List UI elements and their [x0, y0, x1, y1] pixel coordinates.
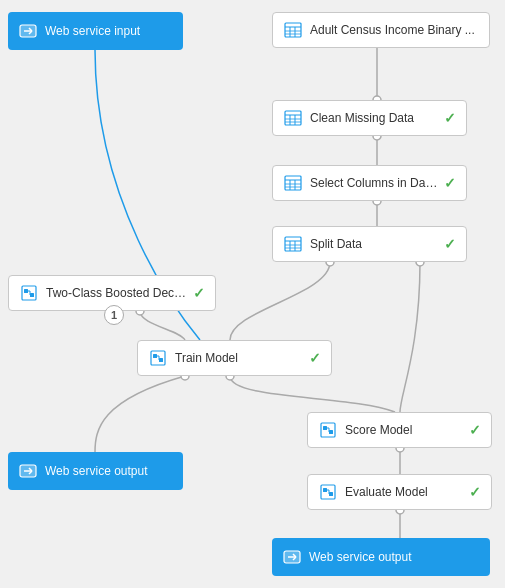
svg-rect-25	[285, 111, 301, 125]
select-columns-label: Select Columns in Dataset	[310, 176, 438, 190]
svg-rect-55	[329, 430, 333, 434]
svg-rect-45	[30, 293, 34, 297]
select-columns-icon	[283, 173, 303, 193]
two-class-badge: 1	[104, 305, 124, 325]
node-clean-missing[interactable]: Clean Missing Data ✓	[272, 100, 467, 136]
node-web-service-output-left[interactable]: Web service output	[8, 452, 183, 490]
svg-rect-59	[323, 488, 327, 492]
svg-rect-60	[329, 492, 333, 496]
svg-rect-48	[151, 351, 165, 365]
score-model-icon	[318, 420, 338, 440]
evaluate-model-check: ✓	[469, 484, 481, 500]
node-train-model[interactable]: Train Model ✓	[137, 340, 332, 376]
select-columns-check: ✓	[444, 175, 456, 191]
train-model-check: ✓	[309, 350, 321, 366]
adult-census-icon	[283, 20, 303, 40]
clean-missing-label: Clean Missing Data	[310, 111, 438, 125]
score-model-check: ✓	[469, 422, 481, 438]
node-score-model[interactable]: Score Model ✓	[307, 412, 492, 448]
split-data-check: ✓	[444, 236, 456, 252]
workflow-canvas: Web service input Adult Census Income Bi…	[0, 0, 505, 588]
score-model-label: Score Model	[345, 423, 463, 437]
node-select-columns[interactable]: Select Columns in Dataset ✓	[272, 165, 467, 201]
clean-missing-icon	[283, 108, 303, 128]
svg-rect-54	[323, 426, 327, 430]
web-service-output-left-icon	[18, 461, 38, 481]
clean-missing-check: ✓	[444, 110, 456, 126]
web-service-output-left-label: Web service output	[45, 464, 173, 478]
web-service-output-right-icon	[282, 547, 302, 567]
split-data-label: Split Data	[310, 237, 438, 251]
train-model-label: Train Model	[175, 351, 303, 365]
two-class-label: Two-Class Boosted Decision ...	[46, 286, 187, 300]
svg-rect-19	[285, 23, 301, 37]
node-web-service-output-right[interactable]: Web service output	[272, 538, 490, 576]
web-service-input-label: Web service input	[45, 24, 173, 38]
node-split-data[interactable]: Split Data ✓	[272, 226, 467, 262]
svg-rect-58	[321, 485, 335, 499]
two-class-check: ✓	[193, 285, 205, 301]
two-class-icon	[19, 283, 39, 303]
web-service-output-right-label: Web service output	[309, 550, 480, 564]
svg-rect-49	[153, 354, 157, 358]
node-evaluate-model[interactable]: Evaluate Model ✓	[307, 474, 492, 510]
train-model-icon	[148, 348, 168, 368]
web-service-input-icon	[18, 21, 38, 41]
node-web-service-input[interactable]: Web service input	[8, 12, 183, 50]
node-adult-census[interactable]: Adult Census Income Binary ...	[272, 12, 490, 48]
split-data-icon	[283, 234, 303, 254]
svg-rect-44	[24, 289, 28, 293]
svg-rect-43	[22, 286, 36, 300]
adult-census-label: Adult Census Income Binary ...	[310, 23, 479, 37]
evaluate-model-icon	[318, 482, 338, 502]
svg-rect-37	[285, 237, 301, 251]
evaluate-model-label: Evaluate Model	[345, 485, 463, 499]
svg-rect-31	[285, 176, 301, 190]
svg-rect-50	[159, 358, 163, 362]
svg-rect-53	[321, 423, 335, 437]
